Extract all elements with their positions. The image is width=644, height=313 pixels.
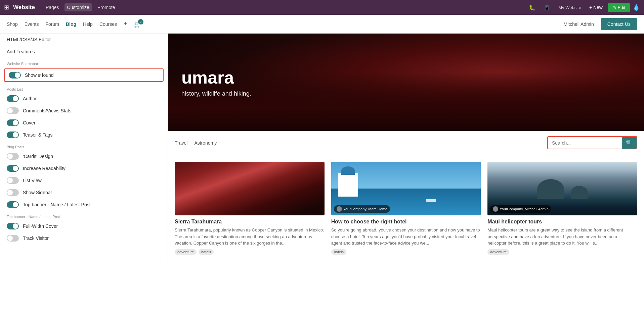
nav-shop[interactable]: Shop — [7, 20, 18, 28]
increase-readability-toggle[interactable] — [7, 165, 19, 172]
cards-design-label: 'Cards' Design — [23, 154, 53, 159]
nav-blog[interactable]: Blog — [66, 20, 76, 28]
section-posts-list: Posts List — [0, 83, 168, 93]
nav-courses[interactable]: Courses — [99, 20, 117, 28]
show-found-row[interactable]: Show # found — [4, 68, 164, 82]
search-area: 🔍 — [547, 136, 637, 149]
section-website-searchbox: Website Searchbox — [0, 58, 168, 67]
card-image-2: YourCompany, Mitchell Admin — [487, 162, 637, 215]
hero-text: umara history, wildlife and hiking. — [168, 67, 265, 97]
top-banner-label: Top banner - Name / Latest Post — [23, 202, 91, 207]
main-content: HTML/CSS/JS Editor Add Features Website … — [0, 34, 644, 261]
blog-card-1: YourCompany, Marc Demo How to choose the… — [331, 162, 481, 255]
author-avatar-1 — [337, 206, 342, 212]
comments-stats-label: Comments/Views Stats — [23, 108, 71, 113]
admin-nav-customize[interactable]: Customize — [65, 3, 92, 11]
teaser-tags-toggle[interactable] — [7, 132, 19, 138]
grid-icon[interactable]: ⊞ — [4, 4, 9, 11]
new-button[interactable]: + New — [587, 3, 605, 11]
full-width-cover-label: Full-Width Cover — [23, 223, 58, 229]
admin-nav-pages[interactable]: Pages — [43, 3, 62, 11]
card-title-1: How to choose the right hotel — [331, 219, 481, 225]
list-view-toggle[interactable] — [7, 177, 19, 184]
blog-card-0: Sierra Tarahumara Sierra Tarahumara, pop… — [175, 162, 325, 255]
top-banner-row[interactable]: Top banner - Name / Latest Post — [0, 199, 168, 211]
section-top-banner: Top banner - Name / Latest Post — [0, 211, 168, 220]
nav-events[interactable]: Events — [25, 20, 39, 28]
section-blog-posts: Blog Posts — [0, 141, 168, 150]
tag-adventure-0[interactable]: adventure — [175, 249, 197, 255]
card-tags-0: adventure hotels — [175, 249, 325, 255]
list-view-label: List View — [23, 178, 42, 183]
filter-travel[interactable]: Travel — [175, 140, 187, 146]
full-width-cover-toggle[interactable] — [7, 223, 19, 229]
hero-title: umara — [181, 67, 251, 88]
show-found-toggle[interactable] — [9, 72, 21, 79]
contact-us-button[interactable]: Contact Us — [601, 18, 637, 30]
teaser-tags-row[interactable]: Teaser & Tags — [0, 129, 168, 141]
add-features-link[interactable]: Add Features — [0, 46, 168, 58]
author-avatar-2 — [493, 206, 498, 212]
hero-section: umara history, wildlife and hiking. — [168, 34, 644, 131]
mobile-icon[interactable]: 📱 — [541, 3, 553, 12]
blog-filter-bar: Travel Astronomy 🔍 — [175, 131, 637, 155]
comments-stats-row[interactable]: Comments/Views Stats — [0, 105, 168, 117]
blog-cards: Sierra Tarahumara Sierra Tarahumara, pop… — [175, 162, 637, 255]
search-button[interactable]: 🔍 — [622, 137, 637, 149]
card-tags-1: hotels — [331, 249, 481, 255]
admin-nav-promote[interactable]: Promote — [95, 3, 118, 11]
odoo-drop-icon: 💧 — [633, 4, 640, 11]
track-visitor-toggle[interactable] — [7, 235, 19, 242]
cards-design-row[interactable]: 'Cards' Design — [0, 150, 168, 162]
tag-hotels-0[interactable]: hotels — [199, 249, 214, 255]
search-input[interactable] — [548, 138, 622, 148]
show-sidebar-label: Show Sidebar — [23, 190, 52, 195]
increase-readability-label: Increase Readability — [23, 166, 66, 171]
tag-adventure-2[interactable]: adventure — [487, 249, 509, 255]
cover-row[interactable]: Cover — [0, 117, 168, 129]
edit-button[interactable]: ✎ Edit — [608, 3, 630, 12]
comments-stats-toggle[interactable] — [7, 107, 19, 114]
hero-subtitle: history, wildlife and hiking. — [181, 90, 251, 97]
html-css-editor-link[interactable]: HTML/CSS/JS Editor — [0, 34, 168, 46]
author-label: Author — [23, 96, 37, 101]
admin-bar: ⊞ Website Pages Customize Promote 🐛 📱 My… — [0, 0, 644, 15]
card-title-0: Sierra Tarahumara — [175, 219, 325, 225]
blog-card-2: YourCompany, Mitchell Admin Maui helicop… — [487, 162, 637, 255]
card-tags-2: adventure — [487, 249, 637, 255]
cover-toggle[interactable] — [7, 119, 19, 126]
add-nav-icon[interactable]: + — [124, 20, 127, 28]
track-visitor-label: Track Visitor — [23, 236, 49, 241]
admin-user-menu[interactable]: Mitchell Admin — [563, 21, 594, 27]
card-author-1: YourCompany, Marc Demo — [334, 205, 390, 213]
card-excerpt-2: Maui helicopter tours are a great way to… — [487, 227, 637, 247]
list-view-row[interactable]: List View — [0, 174, 168, 187]
right-content: umara history, wildlife and hiking. Trav… — [168, 34, 644, 261]
author-toggle[interactable] — [7, 95, 19, 102]
tag-hotels-1[interactable]: hotels — [331, 249, 346, 255]
left-panel: HTML/CSS/JS Editor Add Features Website … — [0, 34, 168, 261]
card-title-2: Maui helicopter tours — [487, 219, 637, 225]
teaser-tags-label: Teaser & Tags — [23, 132, 52, 138]
blog-section: Travel Astronomy 🔍 Sierra Tarahumara Sie… — [168, 131, 644, 261]
show-sidebar-row[interactable]: Show Sidebar — [0, 187, 168, 199]
author-row[interactable]: Author — [0, 93, 168, 105]
top-banner-toggle[interactable] — [7, 201, 19, 208]
filter-astronomy[interactable]: Astronomy — [194, 140, 217, 146]
card-author-2: YourCompany, Mitchell Admin — [490, 205, 551, 213]
track-visitor-row[interactable]: Track Visitor — [0, 232, 168, 244]
my-website-link[interactable]: My Website — [556, 4, 584, 11]
site-name: Website — [13, 4, 35, 11]
full-width-cover-row[interactable]: Full-Width Cover — [0, 220, 168, 232]
nav-help[interactable]: Help — [83, 20, 93, 28]
cart-button[interactable]: 🛒0 — [134, 20, 141, 28]
cover-label: Cover — [23, 120, 35, 125]
card-excerpt-0: Sierra Tarahumara, popularly known as Co… — [175, 227, 325, 247]
show-sidebar-toggle[interactable] — [7, 189, 19, 196]
nav-forum[interactable]: Forum — [46, 20, 59, 28]
debug-icon[interactable]: 🐛 — [526, 3, 538, 12]
increase-readability-row[interactable]: Increase Readability — [0, 162, 168, 174]
card-excerpt-1: So you're going abroad, you've chosen yo… — [331, 227, 481, 247]
cards-design-toggle[interactable] — [7, 153, 19, 160]
show-found-label: Show # found — [25, 72, 54, 78]
